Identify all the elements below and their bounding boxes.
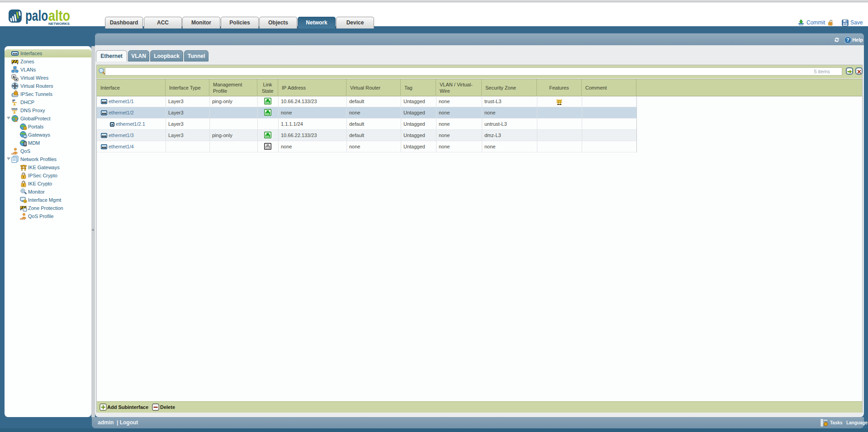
svg-text:QoS: QoS	[11, 152, 17, 155]
svg-text:DNS: DNS	[12, 107, 18, 110]
svg-text:QoS: QoS	[20, 218, 25, 220]
svg-text:?: ?	[846, 38, 849, 43]
svg-text:IP: IP	[12, 99, 15, 102]
